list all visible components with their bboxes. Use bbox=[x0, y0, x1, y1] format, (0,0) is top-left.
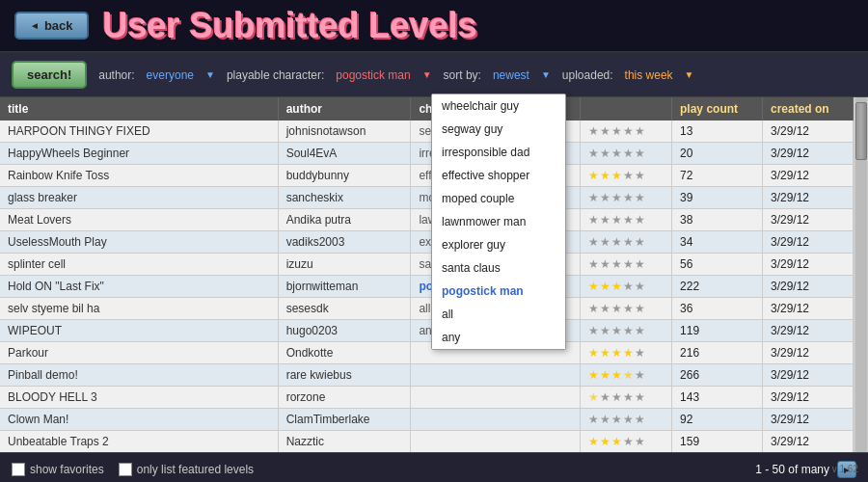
star-empty: ★ bbox=[623, 280, 634, 293]
star-full: ★ bbox=[600, 280, 610, 293]
cell-play-count: 143 bbox=[672, 387, 763, 409]
favorites-checkbox-box[interactable] bbox=[12, 463, 25, 476]
featured-levels-checkbox[interactable]: only list featured levels bbox=[119, 463, 254, 476]
star-rating: ★★★★★ bbox=[588, 435, 645, 448]
cell-title: HappyWheels Beginner bbox=[0, 143, 278, 165]
cell-author: bjornwitteman bbox=[278, 276, 411, 298]
dropdown-item[interactable]: lawnmower man bbox=[432, 210, 565, 233]
uploaded-dropdown[interactable]: this week bbox=[625, 68, 673, 82]
cell-character bbox=[411, 431, 580, 453]
star-empty: ★ bbox=[635, 169, 645, 182]
cell-stars: ★★★★★ bbox=[580, 254, 671, 276]
table-row[interactable]: WIPEOUT hugo0203 any ★★★★★ 119 3/29/12 bbox=[0, 320, 854, 342]
star-full: ★ bbox=[600, 346, 610, 360]
dropdown-item[interactable]: irresponsible dad bbox=[432, 141, 565, 164]
dropdown-item[interactable]: any bbox=[432, 326, 565, 349]
table-row[interactable]: Meat Lovers Andika putra lawnmower man ★… bbox=[0, 209, 854, 231]
author-dropdown[interactable]: everyone bbox=[147, 68, 194, 82]
dropdown-item[interactable]: wheelchair guy bbox=[432, 94, 565, 118]
character-dropdown-menu[interactable]: wheelchair guysegway guyirresponsible da… bbox=[431, 94, 566, 350]
star-full: ★ bbox=[600, 368, 610, 382]
page-title: User Submitted Levels bbox=[103, 6, 477, 46]
table-row[interactable]: selv styeme bil ha sesesdk all ★★★★★ 36 … bbox=[0, 298, 854, 320]
star-empty: ★ bbox=[600, 213, 610, 227]
star-empty: ★ bbox=[635, 346, 645, 360]
star-empty: ★ bbox=[635, 191, 645, 204]
scrollbar-thumb[interactable] bbox=[855, 102, 867, 160]
dropdown-item[interactable]: explorer guy bbox=[432, 233, 565, 256]
star-full: ★ bbox=[588, 346, 599, 360]
col-created[interactable]: created on bbox=[762, 97, 853, 120]
cell-play-count: 266 bbox=[672, 364, 763, 387]
star-empty: ★ bbox=[600, 191, 610, 204]
table-row[interactable]: Clown Man! ClamTimberlake ★★★★★ 92 3/29/… bbox=[0, 409, 854, 431]
star-rating: ★★★★★ bbox=[588, 257, 645, 271]
show-favorites-checkbox[interactable]: show favorites bbox=[12, 463, 104, 476]
star-empty: ★ bbox=[635, 257, 645, 271]
table-row[interactable]: UselessMouth Play vadiks2003 explorer gu… bbox=[0, 231, 854, 254]
dropdown-item[interactable]: effective shopper bbox=[432, 164, 565, 187]
cell-play-count: 34 bbox=[672, 231, 763, 254]
cell-play-count: 56 bbox=[672, 254, 763, 276]
star-empty: ★ bbox=[611, 147, 622, 160]
cell-title: WIPEOUT bbox=[0, 320, 278, 342]
star-empty: ★ bbox=[611, 413, 622, 426]
table-row[interactable]: Hold ON "Last Fix" bjornwitteman pogosti… bbox=[0, 276, 854, 298]
cell-play-count: 20 bbox=[672, 143, 763, 165]
cell-author: johnisnotawson bbox=[278, 120, 411, 143]
table-row[interactable]: HARPOON THINGY FIXED johnisnotawson segw… bbox=[0, 120, 854, 143]
star-rating: ★★★★★ bbox=[588, 390, 645, 404]
levels-table: title author character play count create… bbox=[0, 97, 854, 452]
scrollbar[interactable] bbox=[854, 97, 868, 452]
star-empty: ★ bbox=[611, 324, 622, 337]
table-row[interactable]: HappyWheels Beginner Soul4EvA irresponsi… bbox=[0, 143, 854, 165]
col-title[interactable]: title bbox=[0, 97, 278, 120]
col-author[interactable]: author bbox=[278, 97, 411, 120]
table-row[interactable]: Parkour Ondkotte ★★★★★ 216 3/29/12 bbox=[0, 342, 854, 364]
dropdown-item[interactable]: segway guy bbox=[432, 118, 565, 141]
character-dropdown[interactable]: pogostick man bbox=[336, 68, 410, 82]
star-rating: ★★★★★ bbox=[588, 413, 645, 426]
table-row[interactable]: Unbeatable Traps 2 Nazztic ★★★★★ 159 3/2… bbox=[0, 431, 854, 453]
star-full: ★ bbox=[588, 435, 599, 448]
pagination-text: 1 - 50 of many bbox=[755, 463, 829, 476]
dropdown-item[interactable]: all bbox=[432, 303, 565, 326]
cell-title: Clown Man! bbox=[0, 409, 278, 431]
sort-label: sort by: bbox=[444, 68, 481, 82]
sort-dropdown[interactable]: newest bbox=[493, 68, 529, 82]
cell-character bbox=[411, 387, 580, 409]
col-play-count[interactable]: play count bbox=[672, 97, 763, 120]
star-empty: ★ bbox=[588, 413, 599, 426]
table-row[interactable]: glass breaker sancheskix moped couple ★★… bbox=[0, 187, 854, 209]
cell-title: Unbeatable Traps 2 bbox=[0, 431, 278, 453]
cell-created: 3/29/12 bbox=[762, 320, 853, 342]
search-button[interactable]: search! bbox=[12, 61, 87, 89]
cell-stars: ★★★★★ bbox=[580, 231, 671, 254]
cell-title: UselessMouth Play bbox=[0, 231, 278, 254]
dropdown-item[interactable]: pogostick man bbox=[432, 280, 565, 303]
cell-author: hugo0203 bbox=[278, 320, 411, 342]
star-empty: ★ bbox=[600, 302, 610, 315]
character-arrow: ▼ bbox=[422, 69, 432, 80]
author-label: author: bbox=[98, 68, 134, 82]
dropdown-item[interactable]: santa claus bbox=[432, 256, 565, 280]
cell-stars: ★★★★★ bbox=[580, 209, 671, 231]
star-empty: ★ bbox=[635, 390, 645, 404]
table-row[interactable]: splinter cell izuzu santa claus ★★★★★ 56… bbox=[0, 254, 854, 276]
featured-checkbox-box[interactable] bbox=[119, 463, 132, 476]
cell-title: Parkour bbox=[0, 342, 278, 364]
table-row[interactable]: BLOODY HELL 3 rorzone ★★★★★ 143 3/29/12 bbox=[0, 387, 854, 409]
cell-title: Hold ON "Last Fix" bbox=[0, 276, 278, 298]
star-empty: ★ bbox=[600, 390, 610, 404]
star-rating: ★★★★★ bbox=[588, 302, 645, 315]
star-rating: ★★★★★ bbox=[588, 124, 645, 138]
star-empty: ★ bbox=[600, 324, 610, 337]
cell-author: buddybunny bbox=[278, 165, 411, 187]
table-row[interactable]: Pinball demo! rare kwiebus ★★★★★ 266 3/2… bbox=[0, 364, 854, 387]
col-stars bbox=[580, 97, 671, 120]
table-row[interactable]: Rainbow Knife Toss buddybunny effective … bbox=[0, 165, 854, 187]
dropdown-item[interactable]: moped couple bbox=[432, 187, 565, 210]
cell-created: 3/29/12 bbox=[762, 364, 853, 387]
back-button[interactable]: back bbox=[14, 12, 89, 40]
star-empty: ★ bbox=[611, 302, 622, 315]
